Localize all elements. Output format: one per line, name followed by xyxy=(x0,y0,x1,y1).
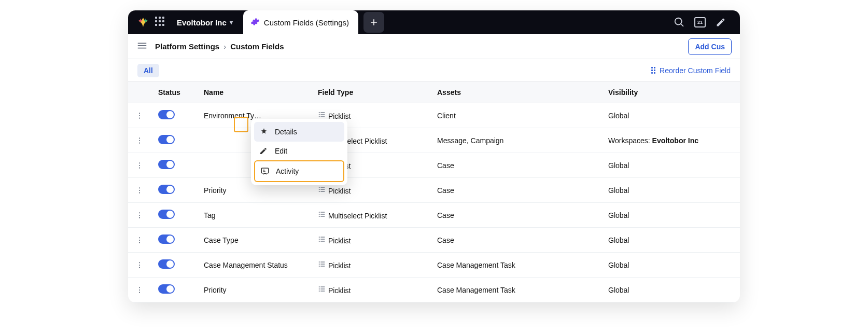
svg-point-2 xyxy=(139,117,140,118)
svg-rect-67 xyxy=(320,286,325,287)
row-menu-button[interactable] xyxy=(135,186,144,195)
status-toggle[interactable] xyxy=(158,210,175,219)
col-status: Status xyxy=(151,82,197,103)
cell-fieldtype: Picklist xyxy=(311,278,430,302)
pencil-icon xyxy=(259,147,269,155)
cell-assets: Case xyxy=(430,203,601,228)
row-menu-button[interactable] xyxy=(135,136,144,145)
table-row: Case Management Status PicklistCase Mana… xyxy=(128,253,740,278)
activity-icon xyxy=(260,167,270,176)
col-menu xyxy=(128,82,151,103)
svg-rect-60 xyxy=(320,264,325,264)
brand-logo-icon xyxy=(136,16,150,29)
edit-pencil-icon[interactable] xyxy=(715,17,726,28)
row-menu-button[interactable] xyxy=(135,161,144,170)
topbar: Evoltobor Inc ▾ Custom Fields (Settings) xyxy=(128,10,740,34)
row-menu-button[interactable] xyxy=(135,261,144,269)
svg-rect-31 xyxy=(320,187,325,187)
picklist-icon xyxy=(318,111,326,119)
svg-point-70 xyxy=(319,291,320,292)
cell-visibility: Global xyxy=(601,153,740,178)
menu-item-activity[interactable]: Activity xyxy=(254,160,344,182)
row-menu-button[interactable] xyxy=(135,286,144,294)
status-toggle[interactable] xyxy=(158,259,175,269)
status-toggle[interactable] xyxy=(158,185,175,194)
hamburger-icon[interactable] xyxy=(136,40,148,53)
new-tab-button[interactable] xyxy=(363,12,384,33)
picklist-icon xyxy=(318,210,326,218)
status-toggle[interactable] xyxy=(158,110,175,119)
svg-point-41 xyxy=(319,214,320,215)
svg-point-0 xyxy=(139,113,140,114)
menu-item-details[interactable]: Details xyxy=(254,122,344,142)
cell-name: Case Type xyxy=(197,228,311,253)
svg-point-48 xyxy=(319,237,320,238)
svg-rect-33 xyxy=(320,189,325,189)
cell-visibility: Workspaces: Evoltobor Inc xyxy=(601,128,740,153)
svg-point-9 xyxy=(139,137,140,139)
cell-assets: Case Management Task xyxy=(430,253,601,278)
svg-rect-6 xyxy=(320,114,325,115)
topbar-right xyxy=(674,17,736,28)
app-window: Evoltobor Inc ▾ Custom Fields (Settings) xyxy=(128,10,740,302)
workspace-name: Evoltobor Inc xyxy=(177,18,227,27)
breadcrumb-root[interactable]: Platform Settings xyxy=(155,42,219,51)
cell-visibility: Global xyxy=(601,253,740,278)
svg-rect-71 xyxy=(320,291,325,291)
row-menu-button[interactable] xyxy=(135,112,144,120)
svg-point-30 xyxy=(319,187,320,188)
svg-point-19 xyxy=(139,164,140,166)
breadcrumb-bar: Platform Settings › Custom Fields Add Cu… xyxy=(128,34,740,59)
add-custom-field-button[interactable]: Add Cus xyxy=(688,38,732,55)
search-icon[interactable] xyxy=(674,17,685,28)
table-row: Environment Ty… PicklistClientGlobal xyxy=(128,103,740,128)
svg-point-10 xyxy=(139,140,140,141)
chevron-down-icon: ▾ xyxy=(230,19,233,26)
svg-point-68 xyxy=(319,288,320,289)
custom-fields-table: Status Name Field Type Assets Visibility… xyxy=(128,82,740,302)
svg-point-54 xyxy=(139,262,140,263)
svg-rect-42 xyxy=(320,214,325,214)
menu-item-edit[interactable]: Edit xyxy=(254,142,344,160)
calendar-icon[interactable] xyxy=(694,17,706,28)
svg-rect-8 xyxy=(320,116,325,117)
col-visibility: Visibility xyxy=(601,82,740,103)
tab-custom-fields-settings[interactable]: Custom Fields (Settings) xyxy=(243,10,358,34)
svg-rect-58 xyxy=(320,261,325,262)
svg-rect-62 xyxy=(320,266,325,266)
row-menu-button[interactable] xyxy=(135,211,144,219)
row-menu-button[interactable] xyxy=(135,236,144,244)
svg-point-55 xyxy=(139,264,140,265)
status-toggle[interactable] xyxy=(158,135,175,144)
status-toggle[interactable] xyxy=(158,160,175,169)
svg-rect-49 xyxy=(320,237,325,237)
reorder-custom-field-link[interactable]: Reorder Custom Field xyxy=(651,66,731,75)
svg-point-59 xyxy=(319,264,320,265)
table-row: Case Type PicklistCaseGlobal xyxy=(128,228,740,253)
filter-all-pill[interactable]: All xyxy=(137,64,159,77)
menu-item-edit-label: Edit xyxy=(275,147,287,155)
menu-item-details-label: Details xyxy=(275,128,297,136)
status-toggle[interactable] xyxy=(158,284,175,294)
svg-point-46 xyxy=(139,239,140,240)
svg-point-7 xyxy=(319,116,320,117)
svg-point-61 xyxy=(319,266,320,267)
picklist-icon xyxy=(318,235,326,243)
cell-visibility: Global xyxy=(601,178,740,203)
table-row: PicklistCaseGlobal xyxy=(128,153,740,178)
cell-fieldtype: Picklist xyxy=(311,253,430,278)
workspace-switcher[interactable]: Evoltobor Inc ▾ xyxy=(172,16,238,29)
picklist-icon xyxy=(318,185,326,194)
svg-rect-44 xyxy=(320,216,325,216)
cell-assets: Client xyxy=(430,103,601,128)
cell-visibility: Global xyxy=(601,103,740,128)
svg-rect-69 xyxy=(320,288,325,289)
svg-point-65 xyxy=(139,292,140,293)
cell-assets: Case xyxy=(430,228,601,253)
menu-item-activity-label: Activity xyxy=(276,167,299,175)
app-launcher-icon[interactable] xyxy=(155,17,166,28)
svg-point-3 xyxy=(319,112,320,113)
svg-rect-35 xyxy=(320,191,325,191)
svg-point-18 xyxy=(139,162,140,163)
status-toggle[interactable] xyxy=(158,235,175,244)
